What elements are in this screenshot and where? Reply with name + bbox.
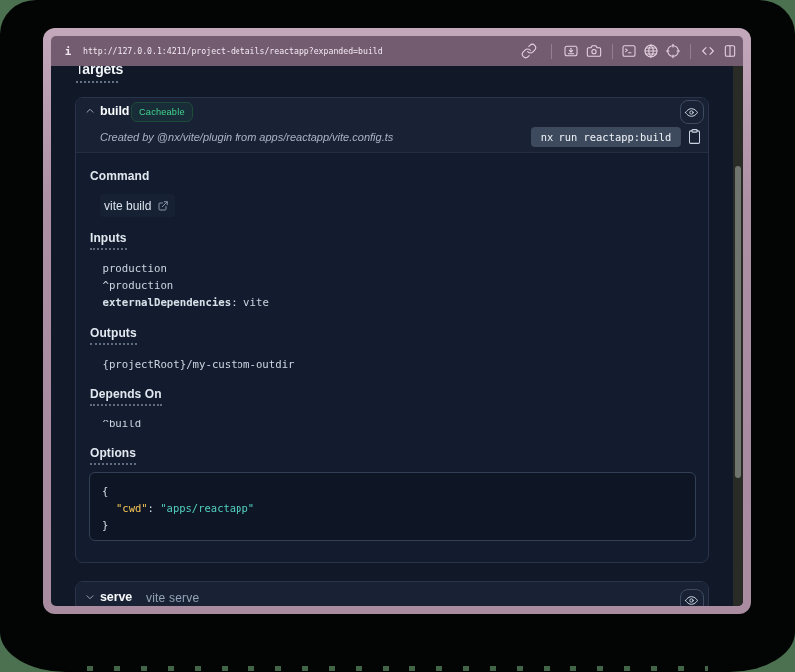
titlebar-toolbar: [515, 43, 739, 59]
camera-icon[interactable]: [586, 43, 602, 59]
scrollbar-thumb[interactable]: [735, 166, 741, 478]
view-build-button[interactable]: [680, 100, 704, 124]
inputs-list: production ^production externalDependenc…: [103, 260, 269, 312]
project-details-page: Targets build Cacheable Created by @nx/v…: [51, 66, 733, 606]
command-value[interactable]: vite build: [100, 194, 176, 217]
link-icon[interactable]: [521, 43, 537, 59]
external-link-icon: [157, 200, 169, 212]
depends-on-label: Depends On: [90, 387, 162, 406]
json-sep: :: [148, 502, 161, 514]
serve-card-header[interactable]: serve vite serve: [76, 582, 708, 606]
chevron-up-icon[interactable]: [84, 105, 96, 117]
toolbar-divider: [551, 44, 552, 59]
target-card-serve: serve vite serve: [75, 581, 709, 606]
outputs-list: {projectRoot}/my-custom-outdir: [103, 356, 295, 373]
targets-heading: Targets: [76, 66, 123, 76]
json-key: "cwd": [116, 502, 148, 514]
eye-icon: [684, 593, 699, 606]
input-item: externalDependencies: vite: [103, 294, 269, 311]
json-line: {: [102, 483, 695, 500]
depends-item: ^build: [103, 416, 142, 432]
serve-target-name[interactable]: serve: [100, 591, 132, 604]
toolbar-divider: [612, 44, 613, 59]
image-download-icon[interactable]: [563, 43, 579, 59]
targets-heading-underline: [76, 81, 118, 83]
run-command-chip[interactable]: nx run reactapp:build: [531, 127, 681, 147]
inputs-label: Inputs: [90, 231, 127, 250]
json-line: }: [102, 517, 695, 534]
address-url[interactable]: http://127.0.0.1:4211/project-details/re…: [83, 46, 383, 56]
chevron-down-icon[interactable]: [84, 591, 96, 603]
toolbar-divider: [690, 44, 691, 59]
created-by-note: Created by @nx/vite/plugin from apps/rea…: [100, 131, 393, 143]
terminal-icon[interactable]: [621, 43, 637, 59]
output-item: {projectRoot}/my-custom-outdir: [103, 356, 295, 373]
json-line: "cwd": "apps/reactapp": [102, 500, 695, 517]
info-icon[interactable]: i: [61, 45, 75, 58]
options-json-box: { "cwd": "apps/reactapp" }: [89, 472, 696, 541]
crosshair-icon[interactable]: [665, 43, 681, 59]
serve-target-subtitle: vite serve: [146, 592, 199, 604]
copy-icon[interactable]: [687, 128, 702, 145]
code-icon[interactable]: [700, 43, 716, 59]
input-item: production: [103, 260, 269, 277]
view-serve-button[interactable]: [680, 589, 704, 607]
cacheable-badge: Cacheable: [131, 102, 193, 122]
shadow-edge-dither: [87, 666, 708, 671]
scrollbar-track[interactable]: [733, 66, 743, 606]
browser-viewport: Targets build Cacheable Created by @nx/v…: [51, 66, 743, 606]
target-card-build: build Cacheable Created by @nx/vite/plug…: [75, 97, 709, 563]
build-card-header[interactable]: build Cacheable Created by @nx/vite/plug…: [76, 98, 708, 153]
eye-icon: [684, 105, 699, 120]
command-text: vite build: [104, 199, 151, 213]
outputs-label: Outputs: [90, 326, 137, 345]
browser-titlebar: i http://127.0.0.1:4211/project-details/…: [51, 36, 743, 66]
json-value: "apps/reactapp": [160, 502, 254, 514]
build-target-name[interactable]: build: [100, 105, 129, 118]
browser-window: i http://127.0.0.1:4211/project-details/…: [43, 28, 751, 614]
split-columns-icon[interactable]: [722, 43, 738, 59]
command-label: Command: [90, 169, 149, 183]
globe-icon[interactable]: [643, 43, 659, 59]
depends-on-list: ^build: [103, 416, 142, 432]
options-label: Options: [90, 446, 136, 465]
input-item: ^production: [103, 277, 269, 294]
